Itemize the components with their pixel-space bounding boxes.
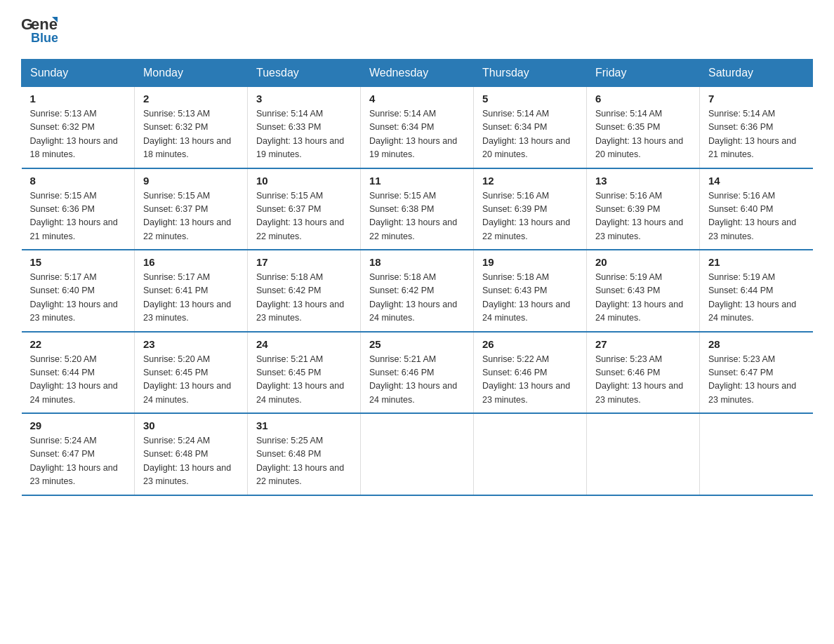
day-info: Sunrise: 5:13 AM Sunset: 6:32 PM Dayligh… bbox=[30, 107, 126, 162]
day-info: Sunrise: 5:18 AM Sunset: 6:43 PM Dayligh… bbox=[482, 271, 578, 326]
weekday-header-wednesday: Wednesday bbox=[361, 60, 474, 87]
svg-text:Blue: Blue bbox=[31, 31, 58, 45]
calendar-cell: 31 Sunrise: 5:25 AM Sunset: 6:48 PM Dayl… bbox=[248, 413, 361, 495]
day-info: Sunrise: 5:14 AM Sunset: 6:33 PM Dayligh… bbox=[256, 107, 352, 162]
weekday-header-thursday: Thursday bbox=[474, 60, 587, 87]
calendar-cell bbox=[474, 413, 587, 495]
day-number: 28 bbox=[708, 338, 805, 350]
day-number: 5 bbox=[482, 93, 578, 105]
week-row-5: 29 Sunrise: 5:24 AM Sunset: 6:47 PM Dayl… bbox=[22, 413, 813, 495]
day-info: Sunrise: 5:23 AM Sunset: 6:47 PM Dayligh… bbox=[708, 353, 805, 408]
calendar-cell: 26 Sunrise: 5:22 AM Sunset: 6:46 PM Dayl… bbox=[474, 332, 587, 414]
calendar-cell: 13 Sunrise: 5:16 AM Sunset: 6:39 PM Dayl… bbox=[587, 168, 700, 250]
day-number: 31 bbox=[256, 420, 352, 431]
day-info: Sunrise: 5:16 AM Sunset: 6:39 PM Dayligh… bbox=[595, 189, 691, 244]
day-number: 18 bbox=[369, 256, 465, 268]
day-info: Sunrise: 5:14 AM Sunset: 6:34 PM Dayligh… bbox=[369, 107, 465, 162]
calendar-cell: 24 Sunrise: 5:21 AM Sunset: 6:45 PM Dayl… bbox=[248, 332, 361, 414]
day-info: Sunrise: 5:14 AM Sunset: 6:34 PM Dayligh… bbox=[482, 107, 578, 162]
day-number: 16 bbox=[143, 256, 239, 268]
day-info: Sunrise: 5:18 AM Sunset: 6:42 PM Dayligh… bbox=[256, 271, 352, 326]
week-row-2: 8 Sunrise: 5:15 AM Sunset: 6:36 PM Dayli… bbox=[22, 168, 813, 250]
calendar-cell: 14 Sunrise: 5:16 AM Sunset: 6:40 PM Dayl… bbox=[700, 168, 813, 250]
day-info: Sunrise: 5:19 AM Sunset: 6:43 PM Dayligh… bbox=[595, 271, 691, 326]
calendar-cell: 1 Sunrise: 5:13 AM Sunset: 6:32 PM Dayli… bbox=[22, 87, 135, 168]
calendar-cell: 3 Sunrise: 5:14 AM Sunset: 6:33 PM Dayli… bbox=[248, 87, 361, 168]
calendar-cell bbox=[700, 413, 813, 495]
day-number: 6 bbox=[595, 93, 691, 105]
day-info: Sunrise: 5:20 AM Sunset: 6:44 PM Dayligh… bbox=[30, 353, 126, 408]
day-number: 12 bbox=[482, 175, 578, 187]
calendar-cell: 18 Sunrise: 5:18 AM Sunset: 6:42 PM Dayl… bbox=[361, 250, 474, 332]
week-row-3: 15 Sunrise: 5:17 AM Sunset: 6:40 PM Dayl… bbox=[22, 250, 813, 332]
day-info: Sunrise: 5:14 AM Sunset: 6:35 PM Dayligh… bbox=[595, 107, 691, 162]
calendar-cell: 17 Sunrise: 5:18 AM Sunset: 6:42 PM Dayl… bbox=[248, 250, 361, 332]
day-number: 3 bbox=[256, 93, 352, 105]
day-number: 17 bbox=[256, 256, 352, 268]
logo: G eneral Blue bbox=[21, 14, 58, 45]
weekday-header-saturday: Saturday bbox=[700, 60, 813, 87]
day-number: 1 bbox=[30, 93, 126, 105]
calendar-cell: 15 Sunrise: 5:17 AM Sunset: 6:40 PM Dayl… bbox=[22, 250, 135, 332]
calendar-cell: 11 Sunrise: 5:15 AM Sunset: 6:38 PM Dayl… bbox=[361, 168, 474, 250]
day-number: 23 bbox=[143, 338, 239, 350]
day-info: Sunrise: 5:14 AM Sunset: 6:36 PM Dayligh… bbox=[708, 107, 805, 162]
day-info: Sunrise: 5:16 AM Sunset: 6:40 PM Dayligh… bbox=[708, 189, 805, 244]
day-info: Sunrise: 5:19 AM Sunset: 6:44 PM Dayligh… bbox=[708, 271, 805, 326]
calendar-cell: 9 Sunrise: 5:15 AM Sunset: 6:37 PM Dayli… bbox=[135, 168, 248, 250]
week-row-1: 1 Sunrise: 5:13 AM Sunset: 6:32 PM Dayli… bbox=[22, 87, 813, 168]
day-number: 29 bbox=[30, 420, 126, 431]
day-number: 26 bbox=[482, 338, 578, 350]
day-info: Sunrise: 5:15 AM Sunset: 6:36 PM Dayligh… bbox=[30, 189, 126, 244]
weekday-header-friday: Friday bbox=[587, 60, 700, 87]
day-number: 20 bbox=[595, 256, 691, 268]
calendar-cell: 20 Sunrise: 5:19 AM Sunset: 6:43 PM Dayl… bbox=[587, 250, 700, 332]
day-number: 25 bbox=[369, 338, 465, 350]
calendar-cell: 16 Sunrise: 5:17 AM Sunset: 6:41 PM Dayl… bbox=[135, 250, 248, 332]
day-info: Sunrise: 5:20 AM Sunset: 6:45 PM Dayligh… bbox=[143, 353, 239, 408]
day-info: Sunrise: 5:24 AM Sunset: 6:48 PM Dayligh… bbox=[143, 434, 239, 489]
calendar-cell: 30 Sunrise: 5:24 AM Sunset: 6:48 PM Dayl… bbox=[135, 413, 248, 495]
day-number: 14 bbox=[708, 175, 805, 187]
calendar-cell: 10 Sunrise: 5:15 AM Sunset: 6:37 PM Dayl… bbox=[248, 168, 361, 250]
day-number: 7 bbox=[708, 93, 805, 105]
day-info: Sunrise: 5:21 AM Sunset: 6:46 PM Dayligh… bbox=[369, 353, 465, 408]
day-info: Sunrise: 5:17 AM Sunset: 6:41 PM Dayligh… bbox=[143, 271, 239, 326]
calendar-cell: 7 Sunrise: 5:14 AM Sunset: 6:36 PM Dayli… bbox=[700, 87, 813, 168]
weekday-header-row: SundayMondayTuesdayWednesdayThursdayFrid… bbox=[22, 60, 813, 87]
calendar-cell: 27 Sunrise: 5:23 AM Sunset: 6:46 PM Dayl… bbox=[587, 332, 700, 414]
weekday-header-sunday: Sunday bbox=[22, 60, 135, 87]
weekday-header-tuesday: Tuesday bbox=[248, 60, 361, 87]
day-info: Sunrise: 5:21 AM Sunset: 6:45 PM Dayligh… bbox=[256, 353, 352, 408]
day-info: Sunrise: 5:24 AM Sunset: 6:47 PM Dayligh… bbox=[30, 434, 126, 489]
day-info: Sunrise: 5:15 AM Sunset: 6:37 PM Dayligh… bbox=[256, 189, 352, 244]
day-number: 10 bbox=[256, 175, 352, 187]
day-info: Sunrise: 5:17 AM Sunset: 6:40 PM Dayligh… bbox=[30, 271, 126, 326]
day-info: Sunrise: 5:25 AM Sunset: 6:48 PM Dayligh… bbox=[256, 434, 352, 489]
day-info: Sunrise: 5:23 AM Sunset: 6:46 PM Dayligh… bbox=[595, 353, 691, 408]
calendar-cell: 29 Sunrise: 5:24 AM Sunset: 6:47 PM Dayl… bbox=[22, 413, 135, 495]
calendar-cell bbox=[587, 413, 700, 495]
day-number: 19 bbox=[482, 256, 578, 268]
calendar-cell: 5 Sunrise: 5:14 AM Sunset: 6:34 PM Dayli… bbox=[474, 87, 587, 168]
calendar-cell: 4 Sunrise: 5:14 AM Sunset: 6:34 PM Dayli… bbox=[361, 87, 474, 168]
day-number: 2 bbox=[143, 93, 239, 105]
calendar-cell bbox=[361, 413, 474, 495]
day-number: 9 bbox=[143, 175, 239, 187]
calendar-cell: 22 Sunrise: 5:20 AM Sunset: 6:44 PM Dayl… bbox=[22, 332, 135, 414]
day-number: 4 bbox=[369, 93, 465, 105]
calendar-cell: 8 Sunrise: 5:15 AM Sunset: 6:36 PM Dayli… bbox=[22, 168, 135, 250]
page-header: G eneral Blue bbox=[21, 14, 813, 45]
day-number: 21 bbox=[708, 256, 805, 268]
weekday-header-monday: Monday bbox=[135, 60, 248, 87]
day-number: 30 bbox=[143, 420, 239, 431]
day-number: 13 bbox=[595, 175, 691, 187]
day-info: Sunrise: 5:18 AM Sunset: 6:42 PM Dayligh… bbox=[369, 271, 465, 326]
day-number: 22 bbox=[30, 338, 126, 350]
week-row-4: 22 Sunrise: 5:20 AM Sunset: 6:44 PM Dayl… bbox=[22, 332, 813, 414]
calendar-cell: 12 Sunrise: 5:16 AM Sunset: 6:39 PM Dayl… bbox=[474, 168, 587, 250]
day-info: Sunrise: 5:15 AM Sunset: 6:37 PM Dayligh… bbox=[143, 189, 239, 244]
day-info: Sunrise: 5:13 AM Sunset: 6:32 PM Dayligh… bbox=[143, 107, 239, 162]
calendar-cell: 28 Sunrise: 5:23 AM Sunset: 6:47 PM Dayl… bbox=[700, 332, 813, 414]
calendar-table: SundayMondayTuesdayWednesdayThursdayFrid… bbox=[21, 59, 813, 496]
